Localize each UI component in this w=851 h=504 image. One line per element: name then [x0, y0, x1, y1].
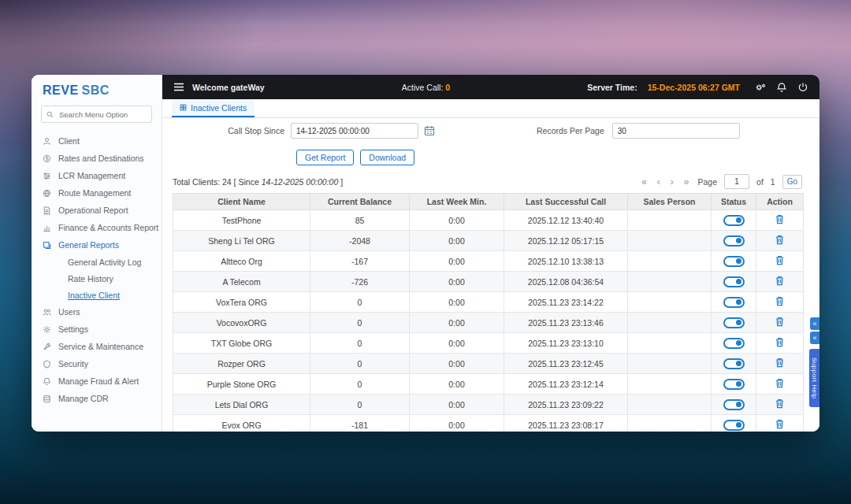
delete-button[interactable]	[775, 358, 784, 368]
cell-last-week-min: 0:00	[410, 251, 504, 272]
sidebar-item-service-maintenance[interactable]: Service & Maintenance	[32, 338, 162, 355]
shield-icon	[43, 360, 51, 369]
get-report-button[interactable]: Get Report	[296, 150, 354, 165]
status-toggle[interactable]	[723, 235, 745, 246]
next-page-button[interactable]: ›	[669, 177, 675, 187]
status-toggle[interactable]	[723, 317, 745, 328]
menu-search-input[interactable]	[58, 109, 147, 120]
cell-action	[756, 292, 804, 313]
cell-current-balance: -167	[310, 251, 410, 272]
cell-current-balance: 0	[310, 354, 410, 374]
sidebar-item-client[interactable]: Client	[32, 132, 162, 150]
sidebar-item-security[interactable]: Security	[32, 355, 162, 372]
cell-last-week-min: 0:00	[410, 210, 504, 231]
last-page-button[interactable]: »	[682, 177, 691, 187]
sidebar-item-rate-history[interactable]: Rate History	[32, 270, 162, 287]
delete-button[interactable]	[775, 255, 784, 265]
cell-current-balance: -181	[310, 415, 410, 432]
filter-row: Call Stop Since Records Per Page	[162, 123, 819, 139]
cell-last-successful-call: 2025.11.23 23:14:22	[504, 292, 628, 313]
sidebar-item-label: Client	[58, 136, 80, 146]
table-row: TestPhone 85 0:00 2025.12.12 13:40:40	[173, 210, 804, 231]
power-icon[interactable]	[797, 82, 808, 93]
cell-last-successful-call: 2025.12.08 04:36:54	[504, 272, 628, 292]
delete-button[interactable]	[775, 235, 784, 245]
sidebar-item-finance-accounts-report[interactable]: Finance & Accounts Report	[32, 219, 162, 236]
column-header-client-name: Client Name	[173, 194, 310, 210]
cell-last-successful-call: 2025.11.23 23:09:22	[504, 395, 628, 415]
sidebar-item-manage-fraud-alert[interactable]: Manage Fraud & Alert	[32, 372, 162, 390]
side-mini-tab-bottom[interactable]: «	[810, 332, 819, 344]
wrench-icon	[43, 343, 51, 351]
status-toggle[interactable]	[723, 338, 745, 349]
sidebar-item-rates-and-destinations[interactable]: Rates and Destinations	[32, 150, 162, 167]
action-buttons: Get Report Download	[296, 150, 819, 165]
chevron-left-icon: «	[812, 335, 816, 342]
cell-sales-person	[628, 292, 712, 313]
sidebar-item-label: General Reports	[58, 240, 119, 250]
status-toggle[interactable]	[723, 420, 745, 431]
page-label: Page	[698, 177, 718, 187]
delete-button[interactable]	[775, 378, 784, 388]
sidebar-item-settings[interactable]: Settings	[32, 321, 162, 338]
delete-button[interactable]	[775, 214, 784, 224]
delete-button[interactable]	[775, 398, 784, 409]
sidebar-item-inactive-client[interactable]: Inactive Client	[32, 287, 162, 303]
delete-button[interactable]	[775, 276, 784, 286]
cell-action	[756, 333, 804, 354]
users-icon	[43, 308, 51, 317]
cell-sales-person	[628, 272, 712, 292]
delete-button[interactable]	[775, 337, 784, 347]
support-help-tab[interactable]: Support Help	[809, 349, 819, 407]
download-button[interactable]: Download	[360, 150, 414, 165]
status-toggle[interactable]	[723, 256, 745, 267]
prev-page-button[interactable]: ‹	[656, 177, 662, 187]
cell-last-week-min: 0:00	[410, 415, 504, 432]
side-mini-tab-top[interactable]: «	[810, 317, 819, 330]
status-toggle[interactable]	[723, 215, 745, 226]
column-header-sales-person: Sales Person	[628, 194, 712, 210]
records-per-page-input[interactable]	[612, 123, 740, 139]
cell-current-balance: 0	[310, 292, 410, 313]
sidebar-item-label: Manage CDR	[58, 394, 109, 403]
cell-sales-person	[628, 210, 712, 231]
sidebar-item-manage-cdr[interactable]: Manage CDR	[32, 390, 162, 407]
status-toggle[interactable]	[723, 379, 745, 390]
gears-settings-icon[interactable]	[755, 82, 766, 93]
cell-client-name: Altteco Org	[173, 251, 310, 272]
sidebar-item-label: Users	[58, 307, 80, 317]
sidebar-item-users[interactable]: Users	[32, 303, 162, 321]
notifications-bell-icon[interactable]	[776, 82, 787, 93]
delete-button[interactable]	[775, 296, 784, 306]
table-row: TXT Globe ORG 0 0:00 2025.11.23 23:13:10	[173, 333, 804, 354]
sidebar-item-operational-report[interactable]: Operational Report	[32, 202, 162, 219]
cell-action	[756, 313, 804, 333]
trash-icon	[775, 358, 784, 368]
first-page-button[interactable]: «	[640, 177, 648, 187]
calendar-icon[interactable]	[422, 124, 436, 138]
trash-icon	[775, 255, 784, 265]
topbar: Welcome gateWay Active Call: 0 Server Ti…	[162, 75, 819, 99]
delete-button[interactable]	[775, 317, 784, 327]
sidebar-item-label: Manage Fraud & Alert	[58, 376, 139, 386]
status-toggle[interactable]	[723, 297, 745, 308]
page-number-input[interactable]	[724, 174, 749, 189]
sidebar-item-general-reports[interactable]: General Reports	[32, 236, 162, 254]
sidebar-item-route-management[interactable]: Route Management	[32, 184, 162, 202]
go-button[interactable]: Go	[782, 175, 802, 189]
sidebar-item-lcr-management[interactable]: LCR Management	[32, 167, 162, 184]
trash-icon	[775, 317, 784, 327]
status-toggle[interactable]	[723, 399, 745, 410]
cell-action	[756, 251, 804, 272]
call-stop-since-input[interactable]	[291, 123, 418, 139]
tab-inactive-clients[interactable]: Inactive Clients	[172, 99, 255, 117]
delete-button[interactable]	[775, 419, 784, 429]
hamburger-menu-icon[interactable]	[162, 83, 192, 91]
cell-last-week-min: 0:00	[410, 231, 504, 251]
cell-current-balance: 0	[310, 395, 410, 415]
status-toggle[interactable]	[723, 276, 745, 287]
sidebar-item-general-activity-log[interactable]: General Activity Log	[32, 254, 162, 270]
cell-status	[712, 313, 756, 333]
status-toggle[interactable]	[723, 358, 745, 369]
tab-grid-icon	[180, 104, 187, 111]
